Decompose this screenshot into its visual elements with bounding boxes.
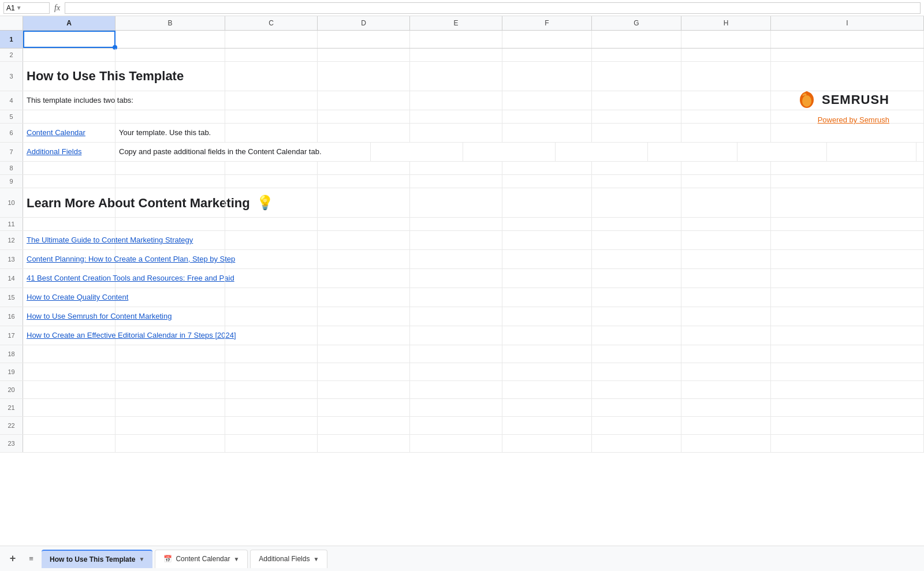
col-header-g[interactable]: G (592, 16, 681, 30)
cell-e15[interactable] (410, 288, 502, 307)
cell-i16[interactable] (771, 307, 924, 326)
cell-c23[interactable] (225, 435, 318, 452)
cell-h14[interactable] (681, 269, 771, 288)
cell-a1[interactable] (23, 31, 116, 48)
cell-a15[interactable]: How to Create Quality Content (23, 288, 116, 307)
cell-c7[interactable] (371, 143, 463, 161)
cell-b9[interactable] (116, 175, 225, 188)
cell-b2[interactable] (116, 48, 225, 61)
cell-d5[interactable] (318, 110, 410, 123)
cell-a11[interactable] (23, 218, 116, 230)
cell-f4[interactable] (502, 91, 592, 110)
cell-b12[interactable] (116, 231, 225, 249)
cell-d11[interactable] (318, 218, 410, 230)
cell-a10[interactable]: Learn More About Content Marketing 💡 (23, 188, 116, 217)
cell-g8[interactable] (592, 162, 681, 174)
cell-c20[interactable] (225, 381, 318, 398)
cell-c2[interactable] (225, 48, 318, 61)
col-header-b[interactable]: B (116, 16, 225, 30)
cell-h3[interactable] (681, 62, 771, 91)
cell-g4[interactable] (592, 91, 681, 110)
cell-e5[interactable] (410, 110, 502, 123)
cell-b23[interactable] (116, 435, 225, 452)
cell-f9[interactable] (502, 175, 592, 188)
cell-e8[interactable] (410, 162, 502, 174)
cell-i15[interactable] (771, 288, 924, 307)
cell-e2[interactable] (410, 48, 502, 61)
cell-i22[interactable] (771, 417, 924, 434)
cell-b18[interactable] (116, 345, 225, 363)
cell-h10[interactable] (681, 188, 771, 217)
cell-h22[interactable] (681, 417, 771, 434)
cell-g7[interactable] (737, 143, 827, 161)
cell-g14[interactable] (592, 269, 681, 288)
cell-a19[interactable] (23, 363, 116, 380)
cell-c15[interactable] (225, 288, 318, 307)
cell-i14[interactable] (771, 269, 924, 288)
cell-e21[interactable] (410, 399, 502, 416)
cell-d4[interactable] (318, 91, 410, 110)
cell-g3[interactable] (592, 62, 681, 91)
cell-h15[interactable] (681, 288, 771, 307)
cell-e16[interactable] (410, 307, 502, 326)
cell-d19[interactable] (318, 363, 410, 380)
cell-e1[interactable] (410, 31, 502, 48)
cell-c11[interactable] (225, 218, 318, 230)
cell-e22[interactable] (410, 417, 502, 434)
cell-e3[interactable] (410, 62, 502, 91)
cell-d9[interactable] (318, 175, 410, 188)
cell-e23[interactable] (410, 435, 502, 452)
cell-i7[interactable] (916, 143, 924, 161)
cell-e12[interactable] (410, 231, 502, 249)
cell-c5[interactable] (225, 110, 318, 123)
cell-d3[interactable] (318, 62, 410, 91)
cell-d22[interactable] (318, 417, 410, 434)
cell-f3[interactable] (502, 62, 592, 91)
cell-c12[interactable] (225, 231, 318, 249)
cell-b7[interactable]: Copy and paste additional fields in the … (116, 143, 371, 161)
cell-h18[interactable] (681, 345, 771, 363)
cell-a16[interactable]: How to Use Semrush for Content Marketing (23, 307, 116, 326)
cell-a9[interactable] (23, 175, 116, 188)
cell-d17[interactable] (318, 326, 410, 345)
cell-b20[interactable] (116, 381, 225, 398)
cell-b21[interactable] (116, 399, 225, 416)
cell-b11[interactable] (116, 218, 225, 230)
cell-g10[interactable] (592, 188, 681, 217)
cell-i21[interactable] (771, 399, 924, 416)
cell-h6[interactable] (681, 124, 771, 142)
cell-a8[interactable] (23, 162, 116, 174)
cell-a18[interactable] (23, 345, 116, 363)
cell-e13[interactable] (410, 250, 502, 268)
cell-g11[interactable] (592, 218, 681, 230)
cell-i4[interactable] (771, 91, 924, 110)
cell-h1[interactable] (681, 31, 771, 48)
cell-c4[interactable] (225, 91, 318, 110)
cell-f19[interactable] (502, 363, 592, 380)
cell-b22[interactable] (116, 417, 225, 434)
cell-f11[interactable] (502, 218, 592, 230)
cell-d21[interactable] (318, 399, 410, 416)
cell-g12[interactable] (592, 231, 681, 249)
cell-b16[interactable] (116, 307, 225, 326)
cell-a21[interactable] (23, 399, 116, 416)
cell-h19[interactable] (681, 363, 771, 380)
cell-h9[interactable] (681, 175, 771, 188)
formula-input[interactable] (65, 2, 921, 14)
cell-g23[interactable] (592, 435, 681, 452)
cell-i19[interactable] (771, 363, 924, 380)
cell-g22[interactable] (592, 417, 681, 434)
col-header-h[interactable]: H (681, 16, 771, 30)
cell-reference[interactable]: A1 ▼ (3, 2, 50, 14)
cell-h7[interactable] (827, 143, 916, 161)
cell-d10[interactable] (318, 188, 410, 217)
cell-c9[interactable] (225, 175, 318, 188)
cell-f15[interactable] (502, 288, 592, 307)
cell-a4[interactable]: This template includes two tabs: (23, 91, 116, 110)
cell-a23[interactable] (23, 435, 116, 452)
cell-f22[interactable] (502, 417, 592, 434)
cell-d1[interactable] (318, 31, 410, 48)
cell-f14[interactable] (502, 269, 592, 288)
cell-i6[interactable] (771, 124, 924, 142)
cell-d15[interactable] (318, 288, 410, 307)
